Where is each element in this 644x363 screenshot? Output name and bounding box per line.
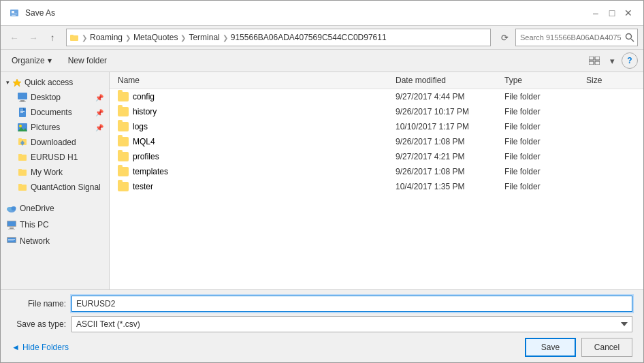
- up-button[interactable]: ↑: [44, 29, 61, 46]
- file-type: File folder: [502, 136, 583, 148]
- forward-button[interactable]: →: [25, 29, 42, 46]
- file-name-label: File name:: [12, 299, 66, 309]
- refresh-button[interactable]: ⟳: [496, 29, 513, 46]
- file-name-input[interactable]: [71, 296, 632, 312]
- organize-label: Organize: [12, 56, 45, 65]
- table-row[interactable]: config 9/27/2017 4:44 PM File folder: [110, 89, 643, 104]
- table-row[interactable]: history 9/26/2017 10:17 PM File folder: [110, 104, 643, 119]
- table-row[interactable]: tester 10/4/2017 1:35 PM File folder: [110, 179, 643, 194]
- help-button[interactable]: ?: [622, 52, 638, 69]
- folder-icon: [118, 182, 129, 191]
- sidebar-quantaction-label: QuantAction Signal: [31, 183, 101, 192]
- file-modified: 10/4/2017 1:35 PM: [393, 180, 502, 193]
- svg-rect-17: [20, 112, 23, 113]
- file-name-cell: config: [115, 91, 393, 103]
- sidebar-item-pictures[interactable]: Pictures 📌: [1, 120, 109, 135]
- sidebar-eurusd-label: EURUSD H1: [31, 153, 78, 162]
- breadcrumb-sep-0: ❯: [82, 34, 87, 42]
- onedrive-label: OneDrive: [20, 204, 54, 213]
- file-name: profiles: [133, 152, 159, 161]
- quick-access-chevron-icon: ▾: [6, 79, 10, 86]
- new-folder-button[interactable]: New folder: [63, 54, 112, 67]
- sidebar-item-documents[interactable]: Documents 📌: [1, 105, 109, 120]
- sidebar-item-desktop[interactable]: Desktop 📌: [1, 90, 109, 105]
- file-type: File folder: [502, 165, 583, 178]
- file-size: [583, 170, 638, 173]
- quick-access-header[interactable]: ▾ Quick access: [1, 75, 109, 90]
- file-size: [583, 140, 638, 143]
- col-header-name[interactable]: Name: [115, 74, 393, 87]
- sidebar: ▾ Quick access Desktop 📌: [1, 72, 110, 289]
- sidebar-item-mywork[interactable]: My Work: [1, 165, 109, 180]
- title-controls: – □ ✕: [589, 6, 635, 20]
- organize-chevron-icon: ▾: [48, 56, 52, 65]
- this-pc-icon: [6, 219, 17, 230]
- sidebar-item-downloaded[interactable]: Downloaded: [1, 135, 109, 150]
- table-row[interactable]: profiles 9/27/2017 4:21 PM File folder: [110, 149, 643, 164]
- svg-rect-2: [12, 14, 17, 14]
- save-type-select[interactable]: ASCII Text (*.csv)CSV (*.csv)Excel (*.xl…: [71, 316, 632, 332]
- this-pc-header[interactable]: This PC: [1, 217, 109, 233]
- file-modified: 9/26/2017 1:08 PM: [393, 165, 502, 178]
- minimize-button[interactable]: –: [589, 6, 602, 20]
- sidebar-documents-label: Documents: [31, 108, 72, 117]
- folder-icon: [118, 92, 129, 101]
- documents-icon: [17, 107, 28, 118]
- save-type-row: Save as type: ASCII Text (*.csv)CSV (*.c…: [12, 316, 632, 332]
- svg-rect-9: [595, 61, 600, 65]
- svg-rect-13: [19, 101, 26, 102]
- file-type: File folder: [502, 91, 583, 103]
- col-header-modified[interactable]: Date modified: [393, 74, 502, 87]
- new-folder-label: New folder: [68, 56, 107, 65]
- svg-rect-30: [18, 184, 22, 185]
- pictures-icon: [17, 122, 28, 133]
- breadcrumb-sep-1: ❯: [125, 34, 131, 42]
- table-row[interactable]: logs 10/10/2017 1:17 PM File folder: [110, 119, 643, 134]
- sidebar-item-eurusd[interactable]: EURUSD H1: [1, 150, 109, 165]
- svg-rect-36: [10, 227, 14, 229]
- folder-icon: [118, 137, 129, 146]
- cancel-button[interactable]: Cancel: [581, 338, 632, 357]
- quick-access-label: Quick access: [25, 78, 73, 87]
- view-options-button[interactable]: [586, 52, 602, 69]
- svg-rect-12: [20, 100, 25, 101]
- close-button[interactable]: ✕: [622, 6, 635, 20]
- svg-rect-27: [18, 170, 27, 176]
- address-bar[interactable]: ❯ Roaming ❯ MetaQuotes ❯ Terminal ❯ 9155…: [66, 29, 491, 46]
- maximize-button[interactable]: □: [605, 6, 619, 20]
- svg-rect-7: [595, 57, 600, 60]
- file-list-header: Name Date modified Type Size: [110, 72, 643, 89]
- view-chevron-button[interactable]: ▾: [604, 52, 620, 69]
- file-name-cell: history: [115, 106, 393, 118]
- file-type: File folder: [502, 180, 583, 193]
- pin-icon-desktop: 📌: [95, 94, 103, 101]
- hide-folders-button[interactable]: ◄ Hide Folders: [12, 343, 69, 352]
- table-row[interactable]: MQL4 9/26/2017 1:08 PM File folder: [110, 134, 643, 149]
- search-input[interactable]: [515, 29, 638, 46]
- title-bar: Save As – □ ✕: [1, 1, 643, 26]
- svg-rect-37: [8, 229, 15, 230]
- back-button[interactable]: ←: [6, 29, 22, 46]
- table-row[interactable]: templates 9/26/2017 1:08 PM File folder: [110, 164, 643, 179]
- file-modified: 9/27/2017 4:44 PM: [393, 91, 502, 103]
- breadcrumb-sep-3: ❯: [223, 34, 228, 42]
- downloads-icon: [17, 137, 28, 148]
- sidebar-item-quantaction[interactable]: QuantAction Signal: [1, 180, 109, 195]
- folder-breadcrumb-icon: [69, 33, 79, 42]
- dialog-icon: [9, 7, 20, 18]
- hide-folders-label: Hide Folders: [22, 343, 69, 352]
- network-header[interactable]: Network: [1, 233, 109, 249]
- svg-rect-11: [18, 93, 27, 99]
- desktop-icon: [17, 92, 28, 103]
- col-header-size[interactable]: Size: [583, 74, 638, 87]
- file-name-cell: MQL4: [115, 136, 393, 148]
- onedrive-header[interactable]: OneDrive: [1, 200, 109, 217]
- view-grid-icon: [589, 57, 600, 65]
- file-type: File folder: [502, 121, 583, 133]
- col-header-type[interactable]: Type: [502, 74, 583, 87]
- organize-button[interactable]: Organize ▾: [6, 54, 57, 67]
- save-button[interactable]: Save: [525, 338, 576, 357]
- file-name: history: [133, 107, 157, 116]
- file-name: logs: [133, 122, 148, 131]
- main-content: ▾ Quick access Desktop 📌: [1, 72, 643, 289]
